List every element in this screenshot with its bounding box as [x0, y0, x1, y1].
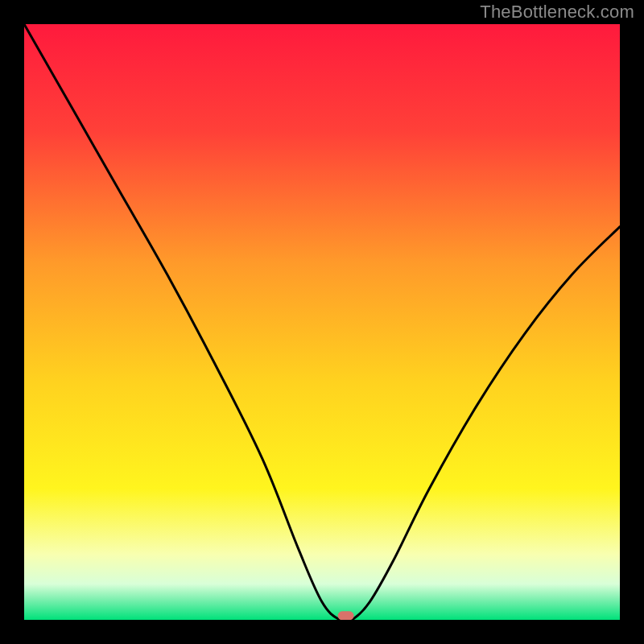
chart-svg: [24, 24, 620, 620]
chart-background-gradient: [24, 24, 620, 620]
watermark-text: TheBottleneck.com: [480, 2, 634, 23]
chart-frame: TheBottleneck.com: [0, 0, 644, 644]
optimal-point-marker: [338, 611, 354, 620]
chart-plot-area: [24, 24, 620, 620]
